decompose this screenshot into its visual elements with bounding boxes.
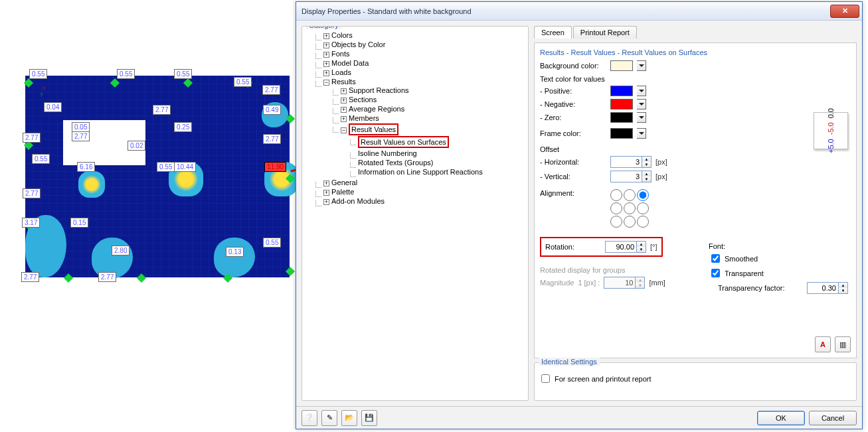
swatch-negative-dropdown[interactable] — [637, 99, 646, 109]
spin-down[interactable]: ▼ — [642, 177, 651, 182]
swatch-zero-dropdown[interactable] — [637, 112, 646, 123]
help-button[interactable]: ❔ — [302, 410, 317, 426]
tree-item-result-values-on-surfaces[interactable]: Result Values on Surfaces — [361, 138, 446, 146]
tab-printout-report[interactable]: Printout Report — [573, 26, 637, 38]
swatch-frame-dropdown[interactable] — [637, 128, 646, 139]
swatch-positive-dropdown[interactable] — [637, 86, 646, 96]
label-smoothed: Smoothed — [725, 255, 758, 263]
result-value-box: 0.55 — [29, 69, 47, 79]
tree-toggle[interactable]: + — [323, 42, 329, 48]
tree-toggle[interactable]: + — [323, 52, 329, 58]
label-transparent: Transparent — [725, 269, 764, 277]
spin-down[interactable]: ▼ — [838, 288, 847, 293]
tree-item-result-values[interactable]: Result Values — [351, 125, 396, 133]
tree-item-loads[interactable]: Loads — [331, 68, 351, 76]
category-tree[interactable]: +Colors +Objects by Color +Fonts +Model … — [306, 31, 524, 206]
spin-up[interactable]: ▲ — [838, 283, 847, 288]
spin-down[interactable]: ▼ — [642, 162, 651, 167]
tree-item-members[interactable]: Members — [349, 114, 379, 122]
checkbox-transparent[interactable] — [711, 269, 720, 277]
align-mc[interactable] — [624, 202, 636, 214]
checkbox-smoothed[interactable] — [711, 254, 720, 263]
tree-item-palette[interactable]: Palette — [331, 188, 354, 196]
swatch-zero[interactable] — [610, 112, 633, 123]
input-transparency[interactable] — [808, 283, 838, 293]
result-value-box: 0.55 — [157, 162, 175, 172]
tree-item-support-reactions[interactable]: Support Reactions — [349, 86, 409, 94]
tree-toggle[interactable]: − — [341, 127, 347, 133]
tree-item-average-regions[interactable]: Average Regions — [349, 105, 404, 113]
input-offset-horizontal[interactable] — [611, 157, 642, 167]
spin-up[interactable]: ▲ — [642, 157, 651, 162]
tree-toggle[interactable]: + — [323, 180, 329, 186]
hotspot — [78, 171, 105, 198]
rotation-highlight: Rotation: ▲▼ [°] — [540, 237, 663, 257]
align-tc[interactable] — [624, 189, 636, 201]
tree-item-sections[interactable]: Sections — [349, 96, 377, 104]
result-value-box: 2.77 — [72, 131, 90, 141]
result-value-box: 0.55 — [263, 238, 281, 248]
tree-item-rotated-texts[interactable]: Rotated Texts (Groups) — [358, 159, 434, 167]
spin-up[interactable]: ▲ — [636, 242, 646, 247]
support-marker — [183, 78, 193, 88]
swatch-frame[interactable] — [610, 128, 633, 139]
tree-toggle[interactable]: + — [323, 190, 329, 196]
category-group: Category +Colors +Objects by Color +Font… — [302, 26, 529, 401]
align-tl[interactable] — [610, 189, 622, 201]
edit-button[interactable]: ✎ — [321, 410, 337, 426]
checkbox-identical[interactable] — [541, 374, 550, 383]
tab-screen[interactable]: Screen — [534, 26, 572, 38]
result-value-box: 0.55 — [32, 154, 50, 164]
swatch-background[interactable] — [610, 60, 633, 71]
tree-item-isoline-numbering[interactable]: Isoline Numbering — [358, 149, 417, 157]
input-magnitude — [604, 277, 635, 288]
tree-item-results[interactable]: Results — [331, 78, 356, 86]
tree-toggle[interactable]: + — [323, 33, 329, 39]
preview-tooltip: +5.0 -5.0 0.0 — [814, 112, 848, 149]
load-button[interactable]: 📂 — [341, 410, 357, 426]
tree-item-fonts[interactable]: Fonts — [331, 50, 350, 58]
input-offset-vertical[interactable] — [611, 171, 642, 182]
tree-toggle[interactable]: + — [341, 88, 347, 94]
tree-toggle[interactable]: + — [323, 199, 329, 205]
swatch-positive[interactable] — [610, 86, 633, 96]
tree-item-addon-modules[interactable]: Add-on Modules — [331, 197, 385, 205]
tree-item-general[interactable]: General — [331, 179, 357, 186]
align-ml[interactable] — [610, 202, 622, 214]
save-button[interactable]: 💾 — [361, 410, 377, 426]
align-bc[interactable] — [624, 216, 636, 228]
swatch-background-dropdown[interactable] — [637, 60, 646, 71]
spin-up[interactable]: ▲ — [642, 171, 651, 177]
column-settings-button[interactable]: ▥ — [835, 336, 851, 352]
tree-toggle[interactable]: + — [341, 98, 347, 104]
unit-px: [px] — [655, 173, 667, 180]
preview-value-neg: -5.0 — [827, 122, 835, 135]
align-mr[interactable] — [637, 202, 649, 214]
tree-toggle[interactable]: + — [341, 116, 347, 122]
result-value-box: 2.77 — [98, 272, 116, 282]
result-value-box: 0.05 — [72, 122, 90, 132]
spin-down[interactable]: ▼ — [636, 247, 646, 252]
result-value-box: 3.17 — [22, 218, 40, 228]
unit-deg: [°] — [650, 243, 657, 251]
align-bl[interactable] — [610, 216, 622, 228]
swatch-negative[interactable] — [610, 99, 633, 109]
tree-toggle[interactable]: + — [341, 107, 347, 113]
close-button[interactable]: ✕ — [830, 5, 859, 18]
tree-toggle[interactable]: + — [323, 61, 329, 67]
input-rotation[interactable] — [606, 242, 636, 252]
label-magnitude-px: 1 [px] : — [578, 279, 600, 287]
tree-item-model-data[interactable]: Model Data — [331, 59, 369, 67]
result-value-box: 11.90 — [264, 162, 286, 172]
font-style-button[interactable]: A — [815, 336, 831, 352]
align-br[interactable] — [637, 216, 649, 228]
tree-item-colors[interactable]: Colors — [331, 31, 353, 39]
cancel-button[interactable]: Cancel — [809, 411, 857, 425]
tree-item-objects-by-color[interactable]: Objects by Color — [331, 40, 385, 48]
tree-item-info-line-support[interactable]: Information on Line Support Reactions — [358, 168, 483, 176]
ok-button[interactable]: OK — [757, 411, 805, 425]
identical-settings-group: Identical Settings For screen and printo… — [534, 362, 857, 401]
tree-toggle[interactable]: + — [323, 70, 329, 76]
align-tr[interactable] — [637, 189, 649, 201]
tree-toggle[interactable]: − — [323, 80, 329, 86]
